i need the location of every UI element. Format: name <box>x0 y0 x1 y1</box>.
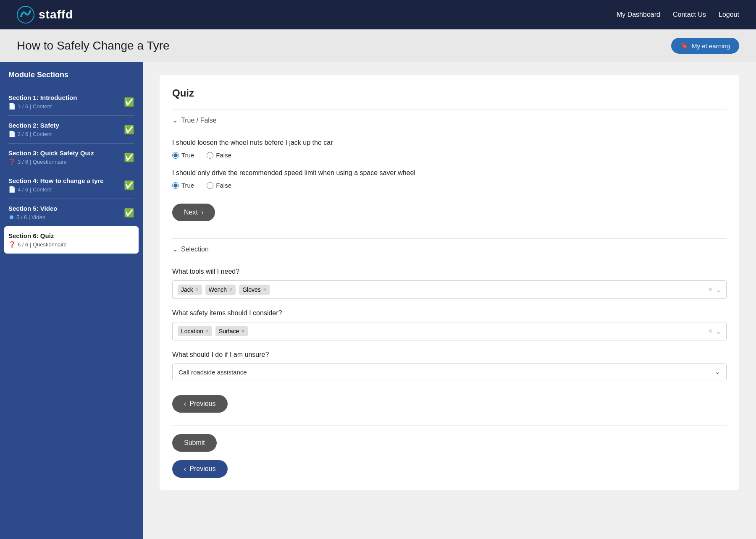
question-text-q3: What tools will I need? <box>172 268 727 275</box>
sidebar-item-s3[interactable]: Section 3: Quick Safety Quiz ❓ 3 / 6 | Q… <box>8 143 134 171</box>
quiz-card: Quiz ⌄ True / False I should loosen the … <box>160 75 739 490</box>
tag-remove-wench[interactable]: × <box>229 287 232 293</box>
previous-button-selection[interactable]: ‹ Previous <box>172 395 228 413</box>
sidebar-title: Module Sections <box>8 71 134 79</box>
radio-group-q2: True False <box>172 182 727 189</box>
sidebar-item-s4[interactable]: Section 4: How to change a tyre 📄 4 / 6 … <box>8 171 134 199</box>
nav-logout[interactable]: Logout <box>719 11 739 18</box>
sidebar-item-title-s3: Section 3: Quick Safety Quiz <box>8 149 94 157</box>
question-text-q5: What should I do if I am unsure? <box>172 351 727 358</box>
chevron-down-icon-tf: ⌄ <box>172 116 178 124</box>
tag-remove-jack[interactable]: × <box>196 287 199 293</box>
radio-input-true-q2[interactable] <box>172 182 179 189</box>
question-q1: I should loosen the wheel nuts before I … <box>172 139 727 159</box>
sidebar-item-s2[interactable]: Section 2: Safety 📄 2 / 6 | Content ✅ <box>8 115 134 143</box>
sidebar-item-sub-s4: 📄 4 / 6 | Content <box>8 186 104 193</box>
radio-true-q2[interactable]: True <box>172 182 194 189</box>
sidebar-item-sub-s6: ❓ 6 / 6 | Questionnaire <box>8 241 67 248</box>
radio-true-q1[interactable]: True <box>172 152 194 159</box>
clear-all-icon-q4[interactable]: × <box>709 327 712 335</box>
tag-remove-gloves[interactable]: × <box>263 287 266 293</box>
dropdown-icon-q4[interactable]: ⌄ <box>716 327 721 335</box>
check-icon-s1: ✅ <box>124 97 134 107</box>
my-elearning-label: My eLearning <box>692 42 730 50</box>
q-icon-s3: ❓ <box>8 158 16 165</box>
multi-select-q4[interactable]: Location × Surface × × ⌄ <box>172 322 727 340</box>
true-false-content: I should loosen the wheel nuts before I … <box>172 131 727 230</box>
nav-dashboard[interactable]: My Dashboard <box>617 11 660 18</box>
question-text-q4: What safety items should I consider? <box>172 309 727 317</box>
bookmark-icon: 🔖 <box>680 42 688 50</box>
radio-false-q1[interactable]: False <box>207 152 231 159</box>
next-button[interactable]: Next › <box>172 204 215 221</box>
tags-q4: Location × Surface × <box>178 326 248 336</box>
true-false-label: True / False <box>181 117 217 124</box>
q-icon-s6: ❓ <box>8 241 16 248</box>
sidebar-item-title-s4: Section 4: How to change a tyre <box>8 177 104 184</box>
my-elearning-button[interactable]: 🔖 My eLearning <box>671 38 739 54</box>
submit-button[interactable]: Submit <box>172 434 217 452</box>
submit-label: Submit <box>184 439 205 447</box>
arrow-right-icon: › <box>201 209 203 216</box>
selection-section: ⌄ Selection What tools will I need? Jack… <box>172 238 727 421</box>
radio-false-q2[interactable]: False <box>207 182 231 189</box>
question-text-q2: I should only drive the recommended spee… <box>172 169 727 177</box>
sidebar-item-sub-s2: 📄 2 / 6 | Content <box>8 131 59 137</box>
header: staffd My Dashboard Contact Us Logout <box>0 0 756 29</box>
chevron-down-icon-sel: ⌄ <box>172 245 178 253</box>
tag-wench: Wench × <box>205 285 236 295</box>
clear-all-icon-q3[interactable]: × <box>709 286 712 293</box>
tag-jack: Jack × <box>178 285 202 295</box>
radio-input-false-q1[interactable] <box>207 152 213 159</box>
sidebar: Module Sections Section 1: Introduction … <box>0 62 143 539</box>
doc-icon-s4: 📄 <box>8 186 16 193</box>
dropdown-icon-q3[interactable]: ⌄ <box>716 286 721 294</box>
question-q4: What safety items should I consider? Loc… <box>172 309 727 340</box>
check-icon-s2: ✅ <box>124 125 134 135</box>
sidebar-item-title-s1: Section 1: Introduction <box>8 94 77 101</box>
previous-bottom-label: Previous <box>189 465 215 473</box>
dropdown-value-q5: Call roadside assistance <box>178 369 247 376</box>
nav-contact[interactable]: Contact Us <box>673 11 706 18</box>
arrow-left-icon-bottom: ‹ <box>184 465 186 473</box>
logo-icon <box>17 6 34 24</box>
page-title: How to Safely Change a Tyre <box>17 39 170 52</box>
dropdown-select-q5[interactable]: Call roadside assistance ⌄ <box>172 364 727 380</box>
question-q5: What should I do if I am unsure? Call ro… <box>172 351 727 380</box>
tag-remove-surface[interactable]: × <box>242 328 244 334</box>
radio-input-false-q2[interactable] <box>207 182 213 189</box>
check-icon-s3: ✅ <box>124 152 134 162</box>
tag-gloves: Gloves × <box>239 285 270 295</box>
arrow-left-icon-prev: ‹ <box>184 400 186 408</box>
sidebar-item-sub-s3: ❓ 3 / 6 | Questionnaire <box>8 158 94 165</box>
tag-remove-location[interactable]: × <box>206 328 209 334</box>
main-layout: Module Sections Section 1: Introduction … <box>0 62 756 539</box>
sidebar-item-s5[interactable]: Section 5: Video ⏺ 5 / 6 | Video ✅ <box>8 199 134 226</box>
previous-button-bottom[interactable]: ‹ Previous <box>172 460 228 478</box>
logo-text: staffd <box>39 8 73 21</box>
main-nav: My Dashboard Contact Us Logout <box>617 11 739 18</box>
tags-q3: Jack × Wench × Gloves × <box>178 285 270 295</box>
radio-input-true-q1[interactable] <box>172 152 179 159</box>
sidebar-item-title-s5: Section 5: Video <box>8 205 57 212</box>
tag-surface: Surface × <box>215 326 248 336</box>
selection-header[interactable]: ⌄ Selection <box>172 238 727 259</box>
sidebar-item-s1[interactable]: Section 1: Introduction 📄 1 / 6 | Conten… <box>8 88 134 115</box>
sidebar-item-s6[interactable]: Section 6: Quiz ❓ 6 / 6 | Questionnaire <box>4 226 139 254</box>
selection-label: Selection <box>181 246 209 253</box>
doc-icon-s2: 📄 <box>8 131 16 137</box>
doc-icon-s1: 📄 <box>8 103 16 110</box>
tag-location: Location × <box>178 326 212 336</box>
sidebar-item-sub-s5: ⏺ 5 / 6 | Video <box>8 214 57 220</box>
check-icon-s4: ✅ <box>124 180 134 190</box>
main-content: Quiz ⌄ True / False I should loosen the … <box>143 62 756 539</box>
bottom-previous-row: ‹ Previous <box>172 456 727 478</box>
sidebar-item-title-s2: Section 2: Safety <box>8 122 59 129</box>
true-false-section: ⌄ True / False I should loosen the wheel… <box>172 110 727 230</box>
question-text-q1: I should loosen the wheel nuts before I … <box>172 139 727 147</box>
multi-select-q3[interactable]: Jack × Wench × Gloves × × <box>172 280 727 299</box>
bottom-divider <box>172 425 727 426</box>
page-title-bar: How to Safely Change a Tyre 🔖 My eLearni… <box>0 29 756 62</box>
true-false-header[interactable]: ⌄ True / False <box>172 110 727 131</box>
video-icon-s5: ⏺ <box>8 214 14 220</box>
